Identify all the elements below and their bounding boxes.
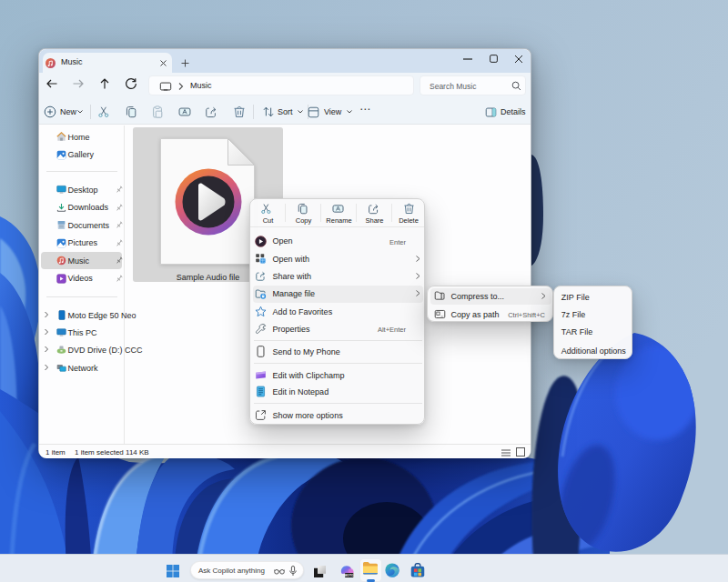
svg-text:MOTO: MOTO — [345, 574, 354, 577]
